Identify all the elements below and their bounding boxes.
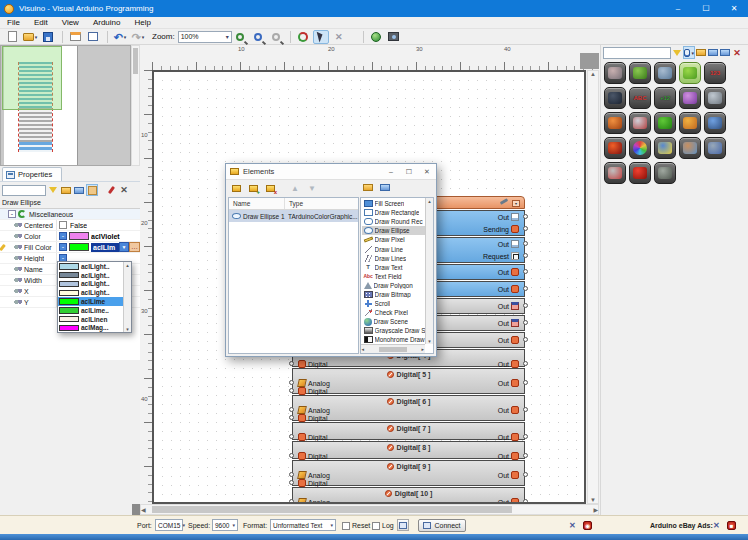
zoom-combobox[interactable]: 100%▾ <box>178 31 232 43</box>
toolbox-collapse-button[interactable] <box>719 46 731 59</box>
expand-value-icon[interactable]: - <box>59 243 67 251</box>
wrench-icon[interactable] <box>500 198 508 205</box>
color-option-acllinen[interactable]: aclLinen <box>58 315 124 324</box>
port-combobox[interactable]: COM15▾ <box>155 519 183 531</box>
output-pin[interactable] <box>523 453 528 458</box>
output-pin[interactable] <box>523 407 528 412</box>
menu-item-help[interactable]: Help <box>127 17 157 28</box>
scroll-left-icon[interactable]: ◀ <box>141 506 146 513</box>
collapse-group-icon[interactable]: - <box>8 210 16 218</box>
collapse-all-button[interactable] <box>73 184 85 196</box>
category-board-button[interactable] <box>629 62 651 84</box>
output-pin[interactable] <box>523 253 528 258</box>
zoom-reset-button[interactable] <box>268 30 284 44</box>
screenshot-button[interactable] <box>386 30 402 44</box>
scroll-down-icon[interactable]: ▾ <box>126 326 129 332</box>
category-arrows-io-button[interactable] <box>654 112 676 134</box>
zoom-in-button[interactable] <box>232 30 248 44</box>
scroll-up-icon[interactable]: ▴ <box>428 198 431 204</box>
output-pin[interactable] <box>523 269 528 274</box>
scroll-up-icon[interactable]: ▲ <box>590 71 596 77</box>
checkbox-icon[interactable] <box>342 522 350 530</box>
palette-item-text-field[interactable]: AbcText Field <box>362 272 425 281</box>
group-view-button[interactable] <box>86 184 98 196</box>
minimap-viewport[interactable] <box>2 46 62 110</box>
category-curve-button[interactable] <box>604 112 626 134</box>
menu-item-file[interactable]: File <box>0 17 27 28</box>
output-pin[interactable] <box>523 241 528 246</box>
output-pin[interactable] <box>523 286 528 291</box>
element-list-row[interactable]: Draw Ellipse 1 TArduinoColorGraphic... <box>229 210 358 222</box>
tab-properties[interactable]: Properties <box>2 167 62 181</box>
category-memory-door-button[interactable] <box>679 137 701 159</box>
more-options-button[interactable]: … <box>129 242 140 252</box>
categories-view-button[interactable] <box>361 181 375 194</box>
speed-combobox[interactable]: 9600▾ <box>212 519 238 531</box>
menu-item-edit[interactable]: Edit <box>27 17 55 28</box>
reset-checkbox[interactable]: Reset <box>342 519 370 532</box>
input-pin[interactable] <box>289 407 294 412</box>
category-chart-fire-button[interactable] <box>604 137 626 159</box>
category-lcd-module-button[interactable] <box>654 162 676 184</box>
color-option-acllime[interactable]: aclLime.. <box>58 306 124 315</box>
terminal-button[interactable] <box>397 519 409 531</box>
toggle-grid-button[interactable] <box>85 30 101 44</box>
toggle-panels-button[interactable] <box>67 30 83 44</box>
output-pin[interactable] <box>523 303 528 308</box>
input-pin[interactable] <box>289 480 294 485</box>
category-computer-net-button[interactable] <box>704 112 726 134</box>
add-element-button[interactable] <box>229 182 243 195</box>
save-project-button[interactable] <box>40 30 56 44</box>
input-pin[interactable] <box>289 380 294 385</box>
dialog-close-button[interactable]: ✕ <box>418 165 436 179</box>
dialog-titlebar[interactable]: Elements – ☐ ✕ <box>226 164 436 180</box>
move-up-button[interactable]: ▲ <box>288 182 302 195</box>
undo-button[interactable]: ↶▾ <box>112 30 128 44</box>
scrollbar-thumb[interactable] <box>379 347 407 352</box>
category-home-network-button[interactable] <box>629 112 651 134</box>
open-dropdown-button[interactable]: ▼ <box>119 242 129 252</box>
toolbox-filter-button[interactable] <box>671 46 683 59</box>
new-project-button[interactable] <box>4 30 20 44</box>
add-element-plus-button[interactable]: + <box>246 182 260 195</box>
property-row-fill-color[interactable]: Fill Color-aclLim▼… <box>0 242 140 253</box>
category-text-abc-button[interactable]: ABC <box>629 87 651 109</box>
palette-horizontal-scrollbar[interactable]: ◂▸ <box>361 344 425 353</box>
category-time-clock-button[interactable] <box>654 137 676 159</box>
canvas-horizontal-scrollbar[interactable]: ◀▶ <box>140 504 599 515</box>
palette-item-draw-round-rec[interactable]: Draw Round Rec <box>362 217 425 226</box>
toolbox-clear-button[interactable]: ✕ <box>731 46 743 59</box>
stop-button[interactable]: ◉ <box>583 519 592 532</box>
board-channel-digital-10[interactable]: Digital[ 10 ]AnalogOut <box>292 487 525 504</box>
pin-panel-button[interactable] <box>105 184 117 196</box>
category-money-button[interactable] <box>679 112 701 134</box>
expand-value-icon[interactable]: - <box>59 232 67 240</box>
palette-item-draw-line[interactable]: Draw Line <box>362 244 425 253</box>
board-channel-digital-7[interactable]: Digital[ 7 ]DigitalOut <box>292 422 525 440</box>
category-pipes-button[interactable] <box>704 137 726 159</box>
category-numbers-button[interactable]: 123 <box>704 62 726 84</box>
collapse-board-button[interactable]: ▾ <box>512 200 520 207</box>
toolbox-expand-button[interactable] <box>707 46 719 59</box>
category-vehicle-button[interactable] <box>604 87 626 109</box>
scroll-down-icon[interactable]: ▾ <box>428 338 431 344</box>
input-pin[interactable] <box>289 434 294 439</box>
log-checkbox[interactable]: Log <box>372 519 394 532</box>
output-pin[interactable] <box>523 361 528 366</box>
palette-vertical-scrollbar[interactable]: ▴▾ <box>425 198 433 344</box>
palette-item-draw-ellipse[interactable]: Draw Ellipse <box>362 226 425 235</box>
output-pin[interactable] <box>523 337 528 342</box>
property-group-miscellaneous[interactable]: -Miscellaneous <box>0 209 140 220</box>
help-web-button[interactable] <box>368 30 384 44</box>
scrollbar-thumb[interactable] <box>152 506 512 513</box>
output-pin[interactable] <box>523 226 528 231</box>
connect-button[interactable]: Connect <box>418 519 466 532</box>
color-option-acllime[interactable]: aclLime <box>58 297 124 306</box>
category-net-ring-button[interactable] <box>679 87 701 109</box>
palette-item-monohrome-draw[interactable]: Monohrome Draw <box>362 335 425 344</box>
delete-button[interactable]: ✕ <box>331 30 347 44</box>
ads-stop-button[interactable]: ■ <box>727 519 736 532</box>
scroll-down-icon[interactable]: ▼ <box>590 497 596 503</box>
input-pin[interactable] <box>289 472 294 477</box>
palette-item-grayscale-draw-s[interactable]: Grayscale Draw S <box>362 326 425 335</box>
